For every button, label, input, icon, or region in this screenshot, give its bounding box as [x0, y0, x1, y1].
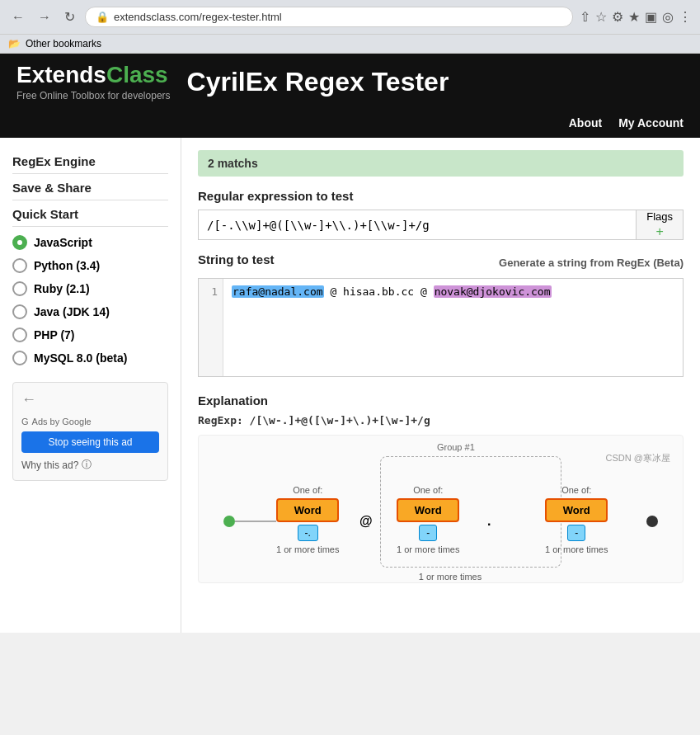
engine-java[interactable]: Java (JDK 14)	[12, 304, 168, 319]
back-button[interactable]: ←	[8, 8, 28, 26]
engine-javascript-label: JavaScript	[34, 236, 92, 249]
test-content[interactable]: rafa@nadal.com @ hisaa.bb.cc @ novak@djo…	[223, 279, 683, 376]
radio-python[interactable]	[12, 258, 27, 273]
explanation-label: Explanation	[198, 393, 684, 408]
group1-label: Group #1	[437, 442, 475, 452]
browser-chrome: ← → ↻ 🔒 extendsclass.com/regex-tester.ht…	[0, 0, 700, 35]
flags-plus: +	[655, 224, 663, 239]
bookmark-icon[interactable]: ★	[628, 9, 640, 25]
star-icon[interactable]: ☆	[595, 9, 607, 25]
logo-extends: Extends	[16, 62, 106, 87]
forward-button[interactable]: →	[35, 8, 54, 26]
engine-php-label: PHP (7)	[34, 328, 75, 342]
hero-title: CyrilEx Regex Tester	[187, 67, 684, 97]
flags-label: Flags	[646, 210, 673, 223]
radio-mysql[interactable]	[12, 351, 27, 365]
node3-times: 1 or more times	[545, 544, 608, 554]
regex-engine-title[interactable]: RegEx Engine	[12, 154, 168, 174]
end-dot	[646, 516, 658, 527]
main-layout: RegEx Engine Save & Share Quick Start Ja…	[0, 138, 700, 633]
engine-mysql-label: MySQL 8.0 (beta)	[34, 351, 127, 365]
line-numbers: 1	[199, 279, 223, 376]
radio-php[interactable]	[12, 327, 27, 342]
engine-python[interactable]: Python (3.4)	[12, 258, 168, 273]
address-bar[interactable]: 🔒 extendsclass.com/regex-tester.html	[85, 7, 573, 27]
flags-button[interactable]: Flags +	[637, 210, 684, 240]
google-icon: G	[21, 417, 29, 426]
extension-icon[interactable]: ⚙	[612, 9, 623, 25]
ads-section: ← G Ads by Google Stop seeing this ad Wh…	[12, 382, 168, 481]
node2-word-box: Word	[397, 498, 459, 522]
nav-account[interactable]: My Account	[618, 116, 684, 130]
nav-about[interactable]: About	[569, 116, 602, 130]
engine-php[interactable]: PHP (7)	[12, 327, 168, 342]
line-start-node1	[235, 521, 276, 522]
content-area: 2 matchs Regular expression to test Flag…	[181, 138, 700, 633]
string-test-header: String to test Generate a string from Re…	[198, 252, 684, 273]
match-banner: 2 matchs	[198, 150, 684, 177]
logo-class: Class	[106, 62, 168, 87]
url-text: extendsclass.com/regex-tester.html	[114, 11, 282, 23]
engine-options: JavaScript Python (3.4) Ruby (2.1) Java …	[12, 235, 168, 365]
regex-row: Flags +	[198, 210, 684, 240]
match-2: novak@djokovic.com	[434, 285, 552, 298]
site-logo[interactable]: ExtendsClass	[16, 62, 171, 88]
start-dot	[223, 516, 235, 527]
engine-python-label: Python (3.4)	[34, 259, 100, 272]
folder-icon: 📂	[8, 38, 21, 49]
end-circle	[646, 516, 658, 530]
regexp-text: RegExp: /[\w-.]+@([\w-]+\.)+[\w-]+/g	[198, 414, 430, 426]
node1-one-of: One of:	[276, 485, 339, 495]
sidebar: RegEx Engine Save & Share Quick Start Ja…	[0, 138, 181, 633]
node1-word-box: Word	[276, 498, 339, 522]
regex-section-label: Regular expression to test	[198, 189, 684, 203]
node2-minus-box: -	[419, 525, 437, 541]
node3-one-of: One of:	[545, 485, 608, 495]
hero-text: CyrilEx Regex Tester	[187, 67, 449, 97]
regexp-display: RegExp: /[\w-.]+@([\w-]+\.)+[\w-]+/g	[198, 414, 684, 426]
node2-times: 1 or more times	[397, 544, 459, 554]
diagram-area: Group #1 One of: Word -.	[198, 435, 684, 583]
regex-input[interactable]	[198, 210, 637, 240]
node1-minus-box: -.	[298, 525, 318, 541]
collapse-ads-arrow[interactable]: ←	[21, 391, 159, 408]
generate-link[interactable]: Generate a string from RegEx (Beta)	[499, 257, 684, 269]
ads-by-google: G Ads by Google	[21, 417, 159, 426]
site-header: ExtendsClass Free Online Toolbox for dev…	[0, 54, 700, 138]
node3-word-box: Word	[545, 498, 608, 522]
site-subtitle: Free Online Toolbox for developers	[16, 90, 171, 101]
save-share-title[interactable]: Save & Share	[12, 181, 168, 200]
match-1: rafa@nadal.com	[232, 285, 324, 298]
node2-one-of: One of:	[397, 485, 459, 495]
bookmarks-bar: 📂 Other bookmarks	[0, 35, 700, 54]
profile-icon[interactable]: ◎	[662, 9, 674, 25]
test-area-wrapper: 1 rafa@nadal.com @ hisaa.bb.cc @ novak@d…	[198, 278, 684, 377]
node3: One of: Word - 1 or more times	[545, 485, 608, 554]
lock-icon: 🔒	[96, 11, 109, 23]
node3-minus-box: -	[567, 525, 585, 541]
header-nav: About My Account	[16, 108, 684, 138]
bookmarks-label[interactable]: Other bookmarks	[26, 38, 101, 49]
browser-actions: ⇧ ☆ ⚙ ★ ▣ ◎ ⋮	[580, 9, 692, 25]
radio-ruby[interactable]	[12, 281, 27, 296]
string-section-label: String to test	[198, 252, 275, 266]
engine-mysql[interactable]: MySQL 8.0 (beta)	[12, 351, 168, 365]
window-icon[interactable]: ▣	[645, 9, 657, 25]
share-icon[interactable]: ⇧	[580, 9, 590, 25]
stop-ad-button[interactable]: Stop seeing this ad	[21, 431, 159, 453]
radio-java[interactable]	[12, 304, 27, 319]
engine-javascript[interactable]: JavaScript	[12, 235, 168, 250]
reload-button[interactable]: ↻	[61, 7, 78, 26]
explanation-section: Explanation RegExp: /[\w-.]+@([\w-]+\.)+…	[198, 393, 684, 583]
why-ad-link[interactable]: Why this ad? ⓘ	[21, 458, 159, 472]
engine-ruby-label: Ruby (2.1)	[34, 282, 90, 295]
radio-javascript[interactable]	[12, 235, 27, 250]
menu-icon[interactable]: ⋮	[679, 9, 692, 25]
info-icon: ⓘ	[82, 458, 92, 472]
engine-ruby[interactable]: Ruby (2.1)	[12, 281, 168, 296]
at-symbol: @	[359, 514, 373, 529]
quick-start-title[interactable]: Quick Start	[12, 207, 168, 227]
dot-symbol: .	[487, 514, 491, 529]
start-circle	[223, 516, 235, 530]
node1-times: 1 or more times	[276, 544, 339, 554]
